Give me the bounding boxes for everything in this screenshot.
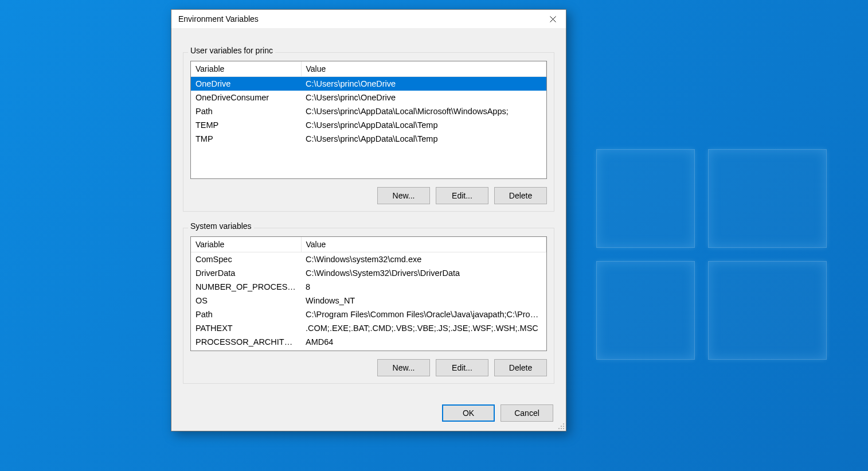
- dialog-title: Environment Variables: [178, 14, 259, 24]
- environment-variables-dialog: Environment Variables User variables for…: [171, 9, 566, 431]
- user-delete-button[interactable]: Delete: [494, 187, 547, 204]
- variable-value: C:\Program Files\Common Files\Oracle\Jav…: [301, 307, 546, 321]
- table-row[interactable]: DriverDataC:\Windows\System32\Drivers\Dr…: [191, 266, 546, 280]
- variable-value: 8: [301, 280, 546, 294]
- variable-value: Windows_NT: [301, 294, 546, 307]
- svg-point-2: [563, 423, 564, 425]
- table-row[interactable]: OSWindows_NT: [191, 294, 546, 307]
- user-new-button[interactable]: New...: [377, 187, 430, 204]
- table-row[interactable]: PathC:\Users\princ\AppData\Local\Microso…: [191, 104, 546, 118]
- user-edit-button[interactable]: Edit...: [436, 187, 488, 204]
- variable-name: OneDriveConsumer: [191, 91, 301, 104]
- column-header-value[interactable]: Value: [301, 237, 546, 252]
- cancel-button[interactable]: Cancel: [501, 404, 553, 422]
- table-row[interactable]: PROCESSOR_IDENTIFIERIntel64 Family 6 Mod…: [191, 349, 546, 351]
- variable-value: AMD64: [301, 335, 546, 349]
- variable-name: OneDrive: [191, 77, 301, 91]
- table-row[interactable]: ComSpecC:\Windows\system32\cmd.exe: [191, 252, 546, 267]
- variable-value: C:\Users\princ\OneDrive: [301, 77, 546, 91]
- variable-value: C:\Users\princ\AppData\Local\Microsoft\W…: [301, 104, 546, 118]
- variable-name: DriverData: [191, 266, 301, 280]
- svg-point-7: [563, 428, 564, 429]
- variable-name: TEMP: [191, 118, 301, 132]
- variable-value: C:\Users\princ\AppData\Local\Temp: [301, 132, 546, 146]
- close-icon: [550, 16, 556, 22]
- variable-value: .COM;.EXE;.BAT;.CMD;.VBS;.VBE;.JS;.JSE;.…: [301, 321, 546, 335]
- table-row[interactable]: OneDriveC:\Users\princ\OneDrive: [191, 77, 546, 91]
- variable-name: Path: [191, 104, 301, 118]
- variable-value: C:\Windows\system32\cmd.exe: [301, 252, 546, 267]
- system-variables-group: System variables Variable Value ComSpe: [183, 228, 554, 384]
- user-variables-group: User variables for princ Variable Value …: [183, 52, 554, 212]
- windows-logo-icon: [596, 149, 826, 361]
- variable-name: PATHEXT: [191, 321, 301, 335]
- svg-point-4: [563, 426, 564, 427]
- system-new-button[interactable]: New...: [377, 359, 430, 376]
- variable-value: Intel64 Family 6 Model 142 Stepping 10, …: [301, 349, 546, 351]
- table-row[interactable]: TEMPC:\Users\princ\AppData\Local\Temp: [191, 118, 546, 132]
- user-variables-legend: User variables for princ: [188, 46, 275, 55]
- variable-name: Path: [191, 307, 301, 321]
- variable-name: OS: [191, 294, 301, 307]
- dialog-titlebar[interactable]: Environment Variables: [171, 10, 566, 28]
- variable-name: TMP: [191, 132, 301, 146]
- table-row[interactable]: PathC:\Program Files\Common Files\Oracle…: [191, 307, 546, 321]
- table-row[interactable]: OneDriveConsumerC:\Users\princ\OneDrive: [191, 91, 546, 104]
- column-header-value[interactable]: Value: [301, 61, 546, 77]
- table-row[interactable]: TMPC:\Users\princ\AppData\Local\Temp: [191, 132, 546, 146]
- table-row[interactable]: PROCESSOR_ARCHITECTU...AMD64: [191, 335, 546, 349]
- column-header-variable[interactable]: Variable: [191, 61, 301, 77]
- desktop-background: Environment Variables User variables for…: [0, 0, 868, 471]
- variable-name: PROCESSOR_ARCHITECTU...: [191, 335, 301, 349]
- variable-value: C:\Users\princ\AppData\Local\Temp: [301, 118, 546, 132]
- svg-point-6: [561, 428, 562, 429]
- system-variables-legend: System variables: [188, 221, 254, 231]
- variable-value: C:\Users\princ\OneDrive: [301, 91, 546, 104]
- table-row[interactable]: PATHEXT.COM;.EXE;.BAT;.CMD;.VBS;.VBE;.JS…: [191, 321, 546, 335]
- column-header-variable[interactable]: Variable: [191, 237, 301, 252]
- system-delete-button[interactable]: Delete: [494, 359, 547, 376]
- system-variables-list[interactable]: Variable Value ComSpecC:\Windows\system3…: [190, 236, 547, 351]
- system-edit-button[interactable]: Edit...: [436, 359, 488, 376]
- svg-point-3: [561, 426, 562, 427]
- table-row[interactable]: NUMBER_OF_PROCESSORS8: [191, 280, 546, 294]
- resize-grip-icon[interactable]: [557, 422, 565, 430]
- variable-value: C:\Windows\System32\Drivers\DriverData: [301, 266, 546, 280]
- user-variables-list[interactable]: Variable Value OneDriveC:\Users\princ\On…: [190, 61, 547, 179]
- variable-name: ComSpec: [191, 252, 301, 267]
- variable-name: NUMBER_OF_PROCESSORS: [191, 280, 301, 294]
- ok-button[interactable]: OK: [442, 404, 495, 422]
- variable-name: PROCESSOR_IDENTIFIER: [191, 349, 301, 351]
- svg-point-5: [558, 428, 560, 429]
- close-button[interactable]: [539, 10, 566, 28]
